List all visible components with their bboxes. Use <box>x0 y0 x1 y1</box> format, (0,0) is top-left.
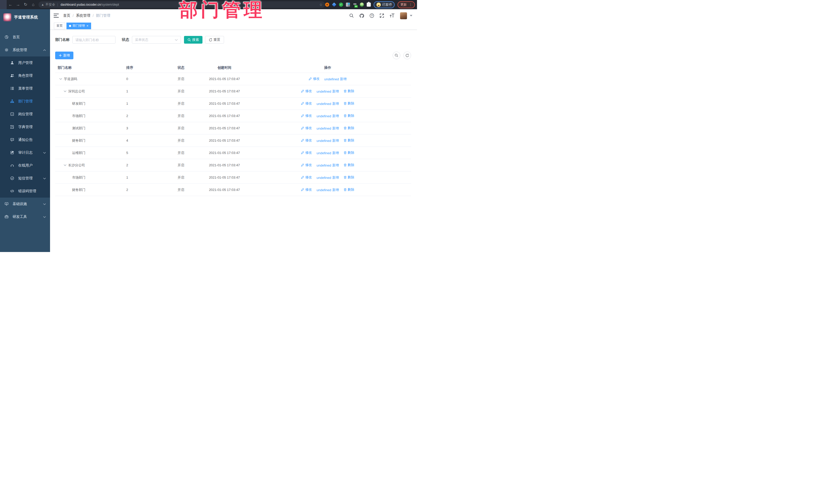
sidebar-item-2[interactable]: 用户管理 <box>0 57 50 69</box>
sidebar-item-4[interactable]: 菜单管理 <box>0 82 50 95</box>
delete-link[interactable]: 删除 <box>344 101 354 106</box>
browser-reload-icon[interactable]: ↻ <box>22 0 29 9</box>
cell-actions: 修改undefined新增删除 <box>244 113 411 118</box>
extension-grid-drop-icon[interactable] <box>346 3 350 7</box>
add-button[interactable]: 新增 <box>55 51 73 59</box>
profile-paused-chip[interactable]: 已暂停 <box>374 1 395 8</box>
toggle-search-button[interactable] <box>393 51 400 59</box>
fullscreen-icon[interactable] <box>379 13 384 18</box>
extension-green-person-icon[interactable] <box>360 3 364 7</box>
table-body: 芋道源码0开启2021-01-05 17:03:47修改undefined新增深… <box>55 73 411 196</box>
search-icon[interactable] <box>349 13 354 18</box>
delete-link[interactable]: 删除 <box>344 187 354 192</box>
breadcrumb-separator: / <box>73 14 74 18</box>
delete-icon <box>344 163 347 167</box>
dept-name: 市场部门 <box>72 175 85 180</box>
cell-dept-name: 测试部门 <box>55 126 124 131</box>
security-label: 不安全 <box>45 3 55 7</box>
delete-link[interactable]: 删除 <box>344 113 354 118</box>
breadcrumb-item-0[interactable]: 首页 <box>63 13 70 18</box>
sidebar-item-10[interactable]: 在线用户 <box>0 159 50 172</box>
sidebar-item-11[interactable]: 短信管理 <box>0 172 50 185</box>
cell-dept-name: 财务部门 <box>55 138 124 143</box>
edit-link[interactable]: 修改 <box>309 76 320 81</box>
tags-bar: 首页部门管理× <box>50 22 417 30</box>
active-tab-dot <box>69 25 71 27</box>
expand-caret-icon[interactable] <box>59 78 62 80</box>
expand-caret-icon[interactable] <box>64 90 66 92</box>
refresh-table-button[interactable] <box>403 51 411 59</box>
sidebar-item-8[interactable]: 通知公告 <box>0 133 50 146</box>
sidebar-item-9[interactable]: 审计日志 <box>0 146 50 159</box>
help-icon[interactable]: ? <box>370 13 374 18</box>
delete-link[interactable]: 删除 <box>344 126 354 130</box>
add-link[interactable]: undefined新增 <box>316 188 339 192</box>
github-icon[interactable] <box>359 13 364 18</box>
browser-menu-kebab-icon[interactable]: ⋮ <box>409 3 412 6</box>
add-link[interactable]: undefined新增 <box>316 114 339 118</box>
sidebar-item-14[interactable]: 研发工具 <box>0 211 50 223</box>
bookmark-star-icon[interactable]: ☆ <box>319 3 323 7</box>
add-link[interactable]: undefined新增 <box>316 138 339 143</box>
edit-link[interactable]: 修改 <box>301 113 312 118</box>
search-button[interactable]: 搜索 <box>184 36 202 44</box>
font-size-icon[interactable] <box>390 13 395 18</box>
edit-link[interactable]: 修改 <box>301 175 312 180</box>
extension-orange-ring-icon[interactable] <box>325 3 329 7</box>
cell-status: 开启 <box>175 163 204 168</box>
delete-link[interactable]: 删除 <box>344 150 354 155</box>
status-select[interactable]: 菜单状态 <box>132 36 181 44</box>
sidebar-item-3[interactable]: 角色管理 <box>0 69 50 82</box>
expand-caret-icon[interactable] <box>64 164 66 166</box>
user-menu-caret-icon[interactable] <box>410 15 412 17</box>
edit-link[interactable]: 修改 <box>301 150 312 155</box>
users-icon <box>10 74 14 78</box>
extension-blue-gem-icon[interactable] <box>332 3 336 7</box>
breadcrumb-item-1[interactable]: 系统管理 <box>76 13 90 18</box>
delete-link[interactable]: 删除 <box>344 163 354 167</box>
edit-link[interactable]: 修改 <box>301 187 312 192</box>
user-avatar[interactable] <box>400 12 407 19</box>
hamburger-icon[interactable] <box>53 13 59 18</box>
delete-link[interactable]: 删除 <box>344 138 354 143</box>
cell-status: 开启 <box>175 126 204 131</box>
browser-forward-icon[interactable]: → <box>14 0 22 9</box>
edit-link[interactable]: 修改 <box>301 163 312 167</box>
svg-text:?: ? <box>371 14 373 17</box>
sidebar-item-12[interactable]: 错误码管理 <box>0 185 50 198</box>
cell-sort: 1 <box>124 102 175 106</box>
edit-link[interactable]: 修改 <box>301 138 312 143</box>
browser-home-icon[interactable]: ⌂ <box>29 0 37 9</box>
edit-link[interactable]: 修改 <box>301 126 312 130</box>
sidebar-logo-row[interactable]: 芋道管理系统 <box>0 9 50 25</box>
address-bar[interactable]: ▲ 不安全 | dashboard.yudao.iocoder.cn /syst… <box>39 1 325 8</box>
add-link[interactable]: undefined新增 <box>316 89 339 94</box>
sidebar-item-0[interactable]: 首页 <box>0 31 50 44</box>
tab-0[interactable]: 首页 <box>54 23 65 29</box>
add-link[interactable]: undefined新增 <box>316 163 339 168</box>
sidebar-item-1[interactable]: 系统管理 <box>0 44 50 57</box>
delete-link[interactable]: 删除 <box>344 175 354 180</box>
sidebar-item-7[interactable]: 字典管理 <box>0 120 50 133</box>
tab-1[interactable]: 部门管理× <box>66 23 91 29</box>
cell-create-time: 2021-01-05 17:03:47 <box>204 188 244 192</box>
close-icon[interactable]: × <box>86 24 89 27</box>
extensions-puzzle-icon[interactable] <box>367 3 371 7</box>
reset-button[interactable]: 重置 <box>205 36 224 44</box>
edit-link[interactable]: 修改 <box>301 101 312 106</box>
extension-green-check-icon[interactable]: ✓ <box>339 3 343 7</box>
dept-name-input[interactable] <box>72 36 115 44</box>
add-link[interactable]: undefined新增 <box>316 151 339 155</box>
sidebar-item-13[interactable]: 基础设施 <box>0 198 50 211</box>
delete-link[interactable]: 删除 <box>344 89 354 93</box>
sidebar-item-5[interactable]: 部门管理 <box>0 95 50 108</box>
extension-list-on-icon[interactable] <box>353 3 357 7</box>
add-link[interactable]: undefined新增 <box>316 126 339 131</box>
edit-link[interactable]: 修改 <box>301 89 312 93</box>
sidebar-item-6[interactable]: 岗位管理 <box>0 108 50 120</box>
browser-update-button[interactable]: 更新 ⋮ <box>397 1 415 8</box>
add-link[interactable]: undefined新增 <box>324 77 347 81</box>
browser-back-icon[interactable]: ← <box>7 0 14 9</box>
add-link[interactable]: undefined新增 <box>316 101 339 106</box>
add-link[interactable]: undefined新增 <box>316 175 339 180</box>
